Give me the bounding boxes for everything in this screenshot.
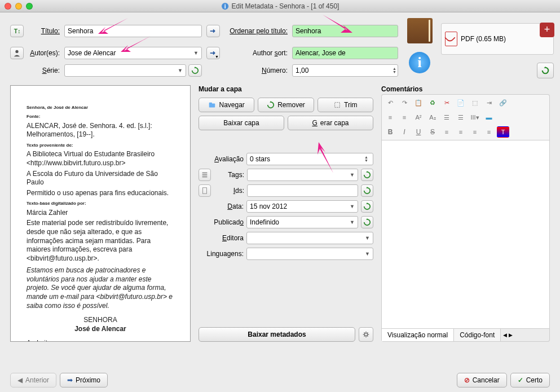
svg-rect-6: [335, 103, 340, 108]
clear-series-button[interactable]: [188, 64, 202, 77]
svg-rect-10: [203, 188, 207, 194]
select-button[interactable]: ⬚: [469, 97, 481, 108]
download-metadata-button[interactable]: Baixar metadados: [199, 327, 355, 342]
svg-rect-5: [209, 103, 212, 104]
svg-point-11: [364, 333, 367, 336]
svg-point-3: [15, 50, 18, 53]
clear-tags-button[interactable]: [361, 169, 373, 181]
tab-nav[interactable]: ◀ ▶: [501, 329, 515, 341]
title-sort-label: Ordenar pelo título:: [222, 27, 290, 35]
date-combo[interactable]: 15 nov 2012▼: [246, 200, 358, 213]
annotation-arrow: [321, 14, 354, 37]
redo-button[interactable]: ↷: [398, 97, 411, 108]
rating-combo[interactable]: 0 stars▲▼: [246, 153, 373, 165]
publisher-combo[interactable]: ▼: [246, 232, 373, 244]
format-label[interactable]: PDF (0.65 MB): [461, 35, 550, 43]
recycle-button[interactable]: ♻: [426, 97, 439, 108]
swap-author-sort-button[interactable]: ▼: [206, 47, 220, 59]
remove-format-button[interactable]: [537, 63, 554, 78]
languages-combo[interactable]: ▼: [246, 248, 373, 260]
align-j-button[interactable]: ≡: [483, 126, 495, 138]
configure-metadata-button[interactable]: [359, 327, 373, 342]
svg-text:T↕: T↕: [14, 27, 21, 34]
zoom-window[interactable]: [26, 3, 33, 10]
ids-paste-button[interactable]: [199, 184, 211, 197]
italic-button[interactable]: I: [398, 126, 411, 138]
formats-list: PDF (0.65 MB) +: [441, 23, 554, 55]
align-center-button[interactable]: ≡: [398, 112, 411, 123]
clear-ids-button[interactable]: [361, 184, 373, 197]
tab-normal-view[interactable]: Visualização normal: [382, 329, 454, 341]
rating-label: Avaliação: [199, 155, 244, 163]
published-combo[interactable]: Indefinido▼: [246, 216, 358, 228]
align-r-button[interactable]: ≡: [469, 126, 481, 138]
annotation-arrow: [120, 35, 152, 56]
publisher-label: Editora: [199, 234, 244, 242]
author-sort-input[interactable]: [292, 47, 398, 59]
cancel-button[interactable]: ⊘ Cancelar: [457, 373, 507, 387]
strike-button[interactable]: S: [426, 126, 439, 138]
superscript-button[interactable]: A²: [412, 112, 425, 123]
next-button[interactable]: ➡ Próximo: [60, 373, 108, 387]
undo-button[interactable]: ↶: [384, 97, 396, 108]
generate-cover-button[interactable]: Gerar capa: [288, 116, 373, 130]
cover-group-title: Mudar a capa: [199, 85, 373, 93]
ids-input[interactable]: [247, 184, 358, 197]
align-c2-button[interactable]: ≡: [455, 126, 467, 138]
published-label: Publicado: [199, 218, 244, 226]
trim-cover-button[interactable]: Trim: [318, 98, 373, 112]
svg-rect-7: [202, 173, 208, 174]
author-manage-button[interactable]: [10, 47, 24, 59]
author-sort-label: Author sort:: [222, 49, 290, 57]
align-left-button[interactable]: ≡: [384, 112, 396, 123]
font-color-button[interactable]: T: [497, 126, 509, 138]
cut-button[interactable]: ✂: [440, 97, 453, 108]
download-cover-button[interactable]: Baixar capa: [199, 116, 284, 130]
add-format-button[interactable]: +: [540, 23, 554, 37]
prev-button[interactable]: ◀ Anterior: [10, 373, 56, 387]
remove-cover-button[interactable]: Remover: [258, 98, 314, 112]
title-label: Título:: [26, 27, 62, 35]
number-input[interactable]: [292, 64, 398, 77]
link-button[interactable]: 🔗: [497, 97, 509, 108]
tags-edit-button[interactable]: [199, 169, 211, 181]
tab-code-view[interactable]: Código-font: [454, 329, 501, 341]
minimize-window[interactable]: [15, 3, 22, 10]
info-icon[interactable]: i: [409, 52, 430, 73]
pdf-icon: [445, 32, 457, 46]
number-spinner[interactable]: ▲▼: [393, 67, 398, 74]
svg-rect-4: [209, 103, 215, 107]
clear-published-button[interactable]: [361, 216, 373, 228]
paste-button[interactable]: 📄: [455, 97, 467, 108]
series-combo[interactable]: ▼: [64, 64, 186, 77]
indent-button[interactable]: ⇥: [483, 97, 495, 108]
date-label: Data:: [199, 202, 244, 210]
ok-button[interactable]: ✓ Certo: [510, 373, 550, 387]
numlist-button[interactable]: ☰: [455, 112, 467, 123]
book-icon: [407, 18, 433, 43]
underline-button[interactable]: U: [412, 126, 425, 138]
comments-title: Comentários: [381, 85, 550, 93]
swap-title-sort-button[interactable]: [206, 25, 220, 37]
color-button[interactable]: ▬: [483, 112, 495, 123]
bold-button[interactable]: B: [384, 126, 396, 138]
author-label: Autor(es):: [26, 49, 62, 57]
languages-label: Linguagens:: [199, 250, 244, 258]
title-case-button[interactable]: T↕: [10, 25, 24, 37]
comments-toolbar: ↶ ↷ 📋 ♻ ✂ 📄 ⬚ ⇥ 🔗 ≡ ≡ A² A₂ ☰ ☰ III▾ ▬ B…: [381, 94, 550, 140]
comments-editor[interactable]: [381, 140, 550, 329]
clear-date-button[interactable]: [361, 200, 373, 213]
copy-button[interactable]: 📋: [412, 97, 425, 108]
align-l2-button[interactable]: ≡: [440, 126, 453, 138]
browse-cover-button[interactable]: Navegar: [199, 98, 254, 112]
heading-button[interactable]: III▾: [469, 112, 481, 123]
close-window[interactable]: [5, 3, 11, 10]
tags-combo[interactable]: ▼: [247, 169, 358, 181]
series-label: Série:: [26, 67, 62, 74]
tags-label: Tags:: [214, 171, 244, 179]
cover-preview: Senhora, de José de Alencar Fonte:ALENCA…: [10, 85, 191, 342]
number-label: Número:: [222, 67, 290, 74]
annotation-arrow: [313, 142, 339, 175]
subscript-button[interactable]: A₂: [426, 112, 439, 123]
list-button[interactable]: ☰: [440, 112, 453, 123]
